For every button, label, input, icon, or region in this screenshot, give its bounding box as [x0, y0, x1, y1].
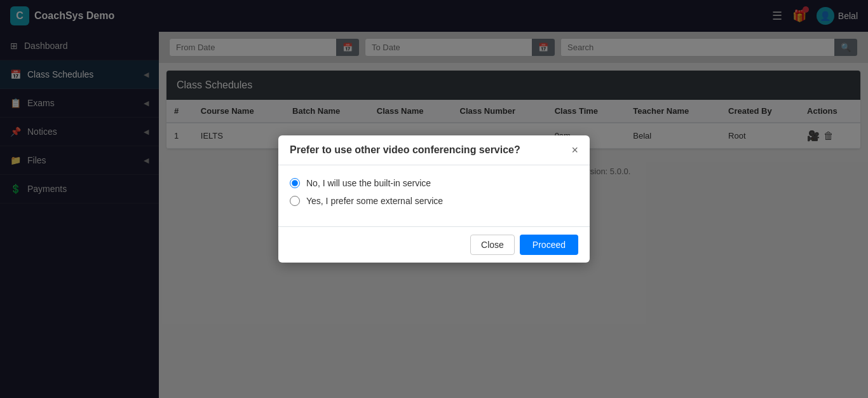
radio-option-builtin[interactable]: No, I will use the built-in service: [290, 178, 578, 188]
modal-close-button[interactable]: ×: [571, 144, 578, 156]
radio-external-label: Yes, I prefer some external service: [306, 196, 443, 206]
modal-title: Prefer to use other video conferencing s…: [290, 144, 520, 156]
radio-builtin-label: No, I will use the built-in service: [306, 178, 431, 188]
radio-builtin[interactable]: [290, 178, 300, 188]
radio-external[interactable]: [290, 196, 300, 206]
modal-header: Prefer to use other video conferencing s…: [278, 135, 590, 165]
radio-option-external[interactable]: Yes, I prefer some external service: [290, 196, 578, 206]
modal-dialog: Prefer to use other video conferencing s…: [278, 135, 590, 263]
modal-overlay[interactable]: Prefer to use other video conferencing s…: [0, 0, 868, 398]
modal-footer: Close Proceed: [278, 226, 590, 263]
close-button[interactable]: Close: [470, 235, 515, 255]
modal-body: No, I will use the built-in service Yes,…: [278, 165, 590, 226]
proceed-button[interactable]: Proceed: [520, 235, 578, 255]
